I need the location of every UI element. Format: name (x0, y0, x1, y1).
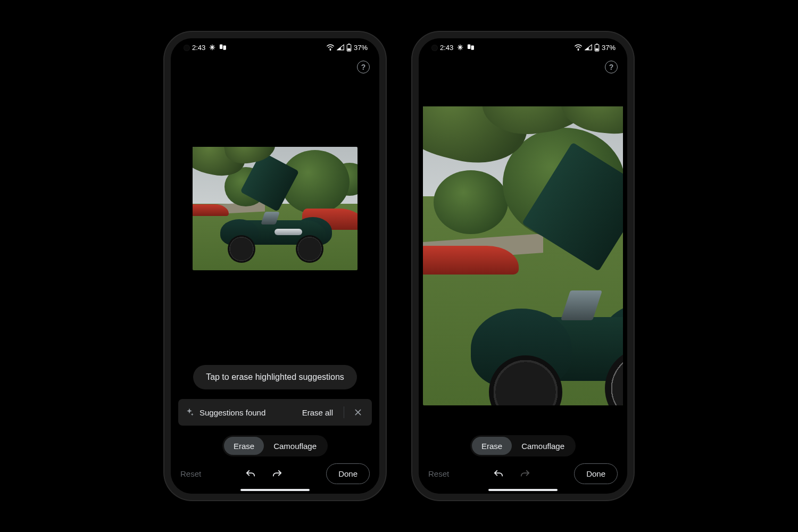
svg-rect-4 (348, 44, 350, 45)
undo-button[interactable] (243, 466, 258, 481)
redo-button (518, 466, 533, 481)
svg-rect-6 (468, 45, 470, 49)
status-right: 37% (326, 44, 368, 52)
photo-preview[interactable] (423, 106, 623, 405)
sparkle-icon (185, 408, 194, 417)
suggestion-label: Suggestions found (200, 408, 292, 417)
dismiss-suggestions-button[interactable] (350, 404, 367, 421)
wifi-icon (326, 44, 335, 51)
screen: 2:43 37% (419, 38, 627, 494)
redo-icon (519, 469, 531, 478)
suggestion-bar: Suggestions found Erase all (178, 399, 372, 426)
battery-percent: 37% (354, 44, 368, 52)
svg-rect-5 (347, 48, 350, 51)
signal-icon (585, 44, 592, 51)
erase-all-button[interactable]: Erase all (297, 408, 338, 417)
status-time: 2:43 (192, 44, 205, 52)
svg-rect-10 (596, 44, 597, 45)
battery-icon (594, 44, 600, 52)
help-icon: ? (609, 63, 614, 71)
icon-messages (467, 44, 475, 51)
status-bar: 2:43 37% (171, 38, 379, 56)
reset-button[interactable]: Reset (428, 469, 449, 478)
mode-camouflage[interactable]: Camouflage (264, 437, 326, 455)
mode-toggle: Erase Camouflage (222, 435, 328, 456)
help-button[interactable]: ? (357, 61, 370, 73)
done-button[interactable]: Done (326, 463, 370, 484)
svg-point-8 (578, 49, 579, 51)
redo-button[interactable] (270, 466, 285, 481)
mode-erase[interactable]: Erase (472, 437, 512, 455)
undo-button[interactable] (491, 466, 506, 481)
photo-preview[interactable] (193, 147, 358, 270)
svg-rect-7 (471, 45, 474, 49)
done-button[interactable]: Done (574, 463, 618, 484)
svg-rect-0 (220, 45, 222, 49)
signal-icon (337, 44, 344, 51)
icon-apps (209, 44, 216, 51)
bottom-bar: Reset Done (419, 456, 627, 494)
divider (344, 406, 344, 418)
icon-messages (219, 44, 227, 51)
phone-right: 2:43 37% (412, 32, 634, 500)
help-icon: ? (361, 63, 366, 71)
mode-toggle: Erase Camouflage (470, 435, 576, 456)
bottom-bar: Reset Done (171, 456, 379, 494)
status-left: 2:43 (182, 44, 227, 52)
photo-scene (193, 147, 358, 270)
close-icon (354, 408, 362, 417)
status-bar: 2:43 37% (419, 38, 627, 56)
photo-scene (423, 106, 623, 405)
icon-apps (456, 44, 464, 51)
hint-text: Tap to erase highlighted suggestions (193, 365, 357, 389)
status-right: 37% (574, 44, 616, 52)
gesture-bar[interactable] (488, 489, 558, 491)
battery-percent: 37% (602, 44, 616, 52)
status-left: 2:43 (430, 44, 475, 52)
undo-icon (493, 469, 504, 478)
help-button[interactable]: ? (605, 61, 618, 73)
svg-rect-1 (223, 45, 226, 49)
phone-left: 2:43 37% (164, 32, 386, 500)
gesture-bar[interactable] (240, 489, 310, 491)
mode-camouflage[interactable]: Camouflage (512, 437, 574, 455)
redo-icon (271, 469, 283, 478)
svg-point-2 (330, 49, 331, 51)
mode-erase[interactable]: Erase (224, 437, 264, 455)
battery-icon (346, 44, 352, 52)
status-time: 2:43 (440, 44, 453, 52)
reset-button[interactable]: Reset (180, 469, 201, 478)
screen: 2:43 37% (171, 38, 379, 494)
undo-icon (245, 469, 256, 478)
svg-rect-11 (595, 48, 598, 51)
wifi-icon (574, 44, 583, 51)
